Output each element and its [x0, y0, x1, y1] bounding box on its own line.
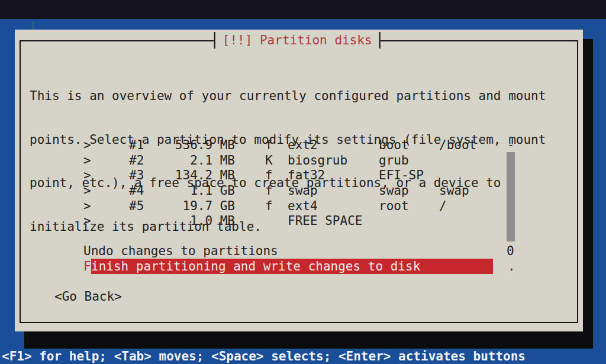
row-marker: >	[83, 183, 91, 198]
screen-status-bar: [ (1*installer) 2 shell 3 shell 4- log ]…	[0, 0, 606, 19]
partition-filesystem: biosgrub	[288, 153, 347, 168]
scrollbar-zero-glyph: 0	[507, 243, 516, 259]
partition-label: swap	[379, 183, 409, 198]
partition-number: #3	[129, 167, 144, 183]
row-marker: >	[83, 213, 91, 228]
partition-row-1[interactable]: > #1 536.9 MB f ext2 boot /boot	[15, 137, 583, 153]
scrollbar-top-glyph: -	[506, 137, 515, 153]
partition-flag: f	[265, 137, 273, 153]
free-space-label: FREE SPACE	[288, 213, 362, 228]
partition-label: boot	[379, 137, 409, 153]
partition-number: #5	[129, 198, 144, 214]
partition-size: 134.2 MB	[167, 167, 235, 183]
partition-filesystem: ext4	[288, 198, 318, 214]
intro-line: This is an overview of your currently co…	[30, 89, 546, 104]
undo-changes-item[interactable]: Undo changes to partitions	[15, 243, 583, 259]
dialog-title: [!!] Partition disks	[214, 32, 381, 49]
terminal-screen: [ (1*installer) 2 shell 3 shell 4- log ]…	[0, 0, 606, 364]
partition-mountpoint: /	[439, 198, 447, 214]
partition-flag: f	[265, 198, 273, 214]
partition-flag: f	[265, 167, 273, 183]
partition-filesystem: fat32	[288, 167, 325, 183]
partition-number: #4	[129, 183, 144, 198]
partition-row-2[interactable]: > #2 2.1 MB K biosgrub grub	[15, 153, 583, 168]
scrollbar-dot-glyph: .	[508, 259, 517, 274]
partition-row-4[interactable]: > #4 1.1 GB f swap swap swap	[15, 183, 583, 198]
go-back-button[interactable]: <Go Back>	[54, 289, 122, 304]
partition-mountpoint: /boot	[439, 137, 476, 153]
partition-filesystem: ext2	[288, 137, 318, 153]
partition-row-3[interactable]: > #3 134.2 MB f fat32 EFI-SP	[15, 167, 583, 183]
partition-size: 1.0 MB	[167, 213, 235, 228]
partition-size: 19.7 GB	[167, 198, 235, 214]
partition-size: 2.1 MB	[167, 153, 235, 168]
partition-size: 1.1 GB	[167, 183, 235, 198]
partition-filesystem: swap	[288, 183, 318, 198]
undo-changes-label: Undo changes to partitions	[83, 243, 278, 259]
partition-flag: f	[265, 183, 273, 198]
partition-size: 536.9 MB	[167, 137, 235, 153]
partition-label: grub	[379, 153, 409, 168]
row-marker: >	[83, 167, 91, 183]
partition-disks-dialog: [!!] Partition disks This is an overview…	[15, 30, 583, 331]
dialog-shadow-right	[583, 39, 593, 331]
scrollbar-thumb[interactable]	[507, 152, 515, 241]
partition-row-5[interactable]: > #5 19.7 GB f ext4 root /	[15, 198, 583, 214]
row-marker: >	[83, 198, 91, 214]
free-space-row[interactable]: > 1.0 MB FREE SPACE	[15, 213, 583, 228]
row-marker: >	[83, 137, 91, 153]
finish-first-char: F	[83, 259, 91, 274]
finish-partitioning-item[interactable]: F inish partitioning and write changes t…	[15, 259, 583, 274]
partition-number: #1	[129, 137, 144, 153]
partition-mountpoint: swap	[439, 183, 469, 198]
partition-label: EFI-SP	[379, 167, 424, 183]
dialog-shadow-bottom	[24, 331, 593, 349]
finish-highlight-bar: inish partitioning and write changes to …	[91, 259, 493, 274]
help-bar: <F1> for help; <Tab> moves; <Space> sele…	[0, 349, 606, 364]
partition-label: root	[379, 198, 409, 214]
row-marker: >	[83, 153, 91, 168]
partition-number: #2	[129, 153, 144, 168]
partition-flag: K	[265, 153, 273, 168]
